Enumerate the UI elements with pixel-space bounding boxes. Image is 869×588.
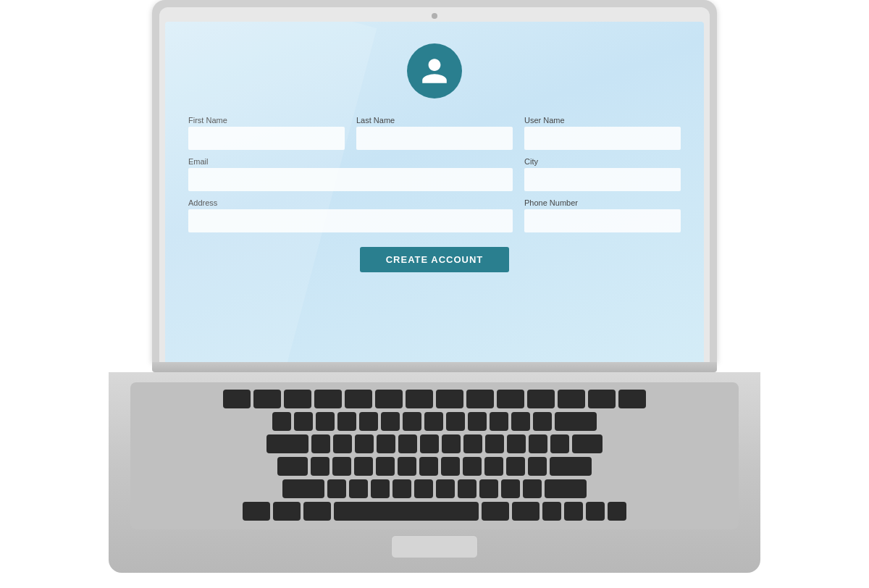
key-u[interactable] [442, 434, 461, 453]
key-2[interactable] [316, 412, 335, 431]
email-input[interactable] [188, 168, 513, 191]
key-l[interactable] [484, 457, 503, 476]
key-cmd-l[interactable] [303, 502, 331, 521]
key-tab[interactable] [266, 434, 308, 453]
key-f12[interactable] [588, 390, 616, 408]
key-d[interactable] [354, 457, 373, 476]
touchpad[interactable] [391, 535, 478, 558]
key-f7[interactable] [436, 390, 463, 408]
key-tilde[interactable] [272, 412, 291, 431]
key-5[interactable] [381, 412, 400, 431]
key-row-bottom [138, 502, 731, 521]
key-p[interactable] [507, 434, 526, 453]
key-x[interactable] [349, 479, 368, 498]
key-y[interactable] [420, 434, 439, 453]
city-input[interactable] [524, 168, 681, 191]
phone-input[interactable] [524, 209, 681, 232]
key-quote[interactable] [528, 457, 547, 476]
key-lbracket[interactable] [529, 434, 547, 453]
key-left[interactable] [542, 502, 561, 521]
key-backspace[interactable] [555, 412, 597, 431]
key-right[interactable] [608, 502, 626, 521]
user-avatar-circle [407, 43, 462, 98]
key-slash[interactable] [523, 479, 542, 498]
laptop: First Name Last Name User Name Email [109, 0, 760, 588]
key-s[interactable] [332, 457, 351, 476]
key-rshift[interactable] [545, 479, 587, 498]
key-space[interactable] [334, 502, 479, 521]
first-name-label: First Name [188, 116, 345, 125]
key-k[interactable] [463, 457, 482, 476]
last-name-field: Last Name [356, 116, 513, 150]
key-f11[interactable] [558, 390, 585, 408]
key-f4[interactable] [345, 390, 372, 408]
email-label: Email [188, 157, 513, 166]
key-f8[interactable] [466, 390, 494, 408]
key-g[interactable] [398, 457, 416, 476]
key-1[interactable] [294, 412, 313, 431]
key-r[interactable] [377, 434, 395, 453]
key-e[interactable] [355, 434, 374, 453]
key-f5[interactable] [375, 390, 403, 408]
key-alt-l[interactable] [273, 502, 301, 521]
laptop-base [109, 372, 760, 573]
key-f3[interactable] [314, 390, 342, 408]
key-f10[interactable] [527, 390, 555, 408]
screen-display: First Name Last Name User Name Email [165, 22, 704, 362]
key-caps[interactable] [277, 457, 308, 476]
key-f2[interactable] [284, 390, 311, 408]
key-semi[interactable] [506, 457, 525, 476]
key-0[interactable] [490, 412, 508, 431]
key-period[interactable] [501, 479, 520, 498]
email-field: Email [188, 157, 513, 191]
user-name-label: User Name [524, 116, 681, 125]
key-a[interactable] [311, 457, 329, 476]
user-name-field: User Name [524, 116, 681, 150]
key-esc[interactable] [223, 390, 251, 408]
key-o[interactable] [485, 434, 504, 453]
first-name-input[interactable] [188, 127, 345, 150]
key-h[interactable] [419, 457, 438, 476]
key-alt-r[interactable] [512, 502, 540, 521]
key-down[interactable] [586, 502, 605, 521]
key-9[interactable] [468, 412, 487, 431]
key-backslash[interactable] [572, 434, 603, 453]
key-ctrl[interactable] [243, 502, 270, 521]
key-z[interactable] [327, 479, 346, 498]
key-8[interactable] [446, 412, 465, 431]
key-f1[interactable] [253, 390, 281, 408]
phone-label: Phone Number [524, 198, 681, 207]
key-f[interactable] [376, 457, 395, 476]
key-del[interactable] [618, 390, 646, 408]
key-i[interactable] [463, 434, 482, 453]
key-6[interactable] [403, 412, 421, 431]
key-equals[interactable] [533, 412, 552, 431]
key-lshift[interactable] [282, 479, 324, 498]
key-enter[interactable] [550, 457, 592, 476]
create-account-button[interactable]: CREATE ACCOUNT [360, 247, 510, 272]
key-v[interactable] [392, 479, 411, 498]
key-comma[interactable] [479, 479, 498, 498]
key-7[interactable] [424, 412, 443, 431]
address-input[interactable] [188, 209, 513, 232]
key-up[interactable] [564, 502, 583, 521]
last-name-input[interactable] [356, 127, 513, 150]
key-f6[interactable] [406, 390, 433, 408]
key-m[interactable] [458, 479, 477, 498]
key-b[interactable] [414, 479, 433, 498]
key-row-zxcv [138, 479, 731, 498]
key-w[interactable] [333, 434, 352, 453]
key-t[interactable] [398, 434, 417, 453]
key-f9[interactable] [497, 390, 524, 408]
key-q[interactable] [311, 434, 330, 453]
key-j[interactable] [441, 457, 460, 476]
key-rbracket[interactable] [550, 434, 569, 453]
laptop-screen-bezel: First Name Last Name User Name Email [159, 7, 710, 362]
key-minus[interactable] [511, 412, 530, 431]
key-4[interactable] [359, 412, 378, 431]
user-name-input[interactable] [524, 127, 681, 150]
key-cmd-r[interactable] [482, 502, 509, 521]
key-c[interactable] [371, 479, 390, 498]
key-3[interactable] [337, 412, 356, 431]
key-n[interactable] [436, 479, 455, 498]
